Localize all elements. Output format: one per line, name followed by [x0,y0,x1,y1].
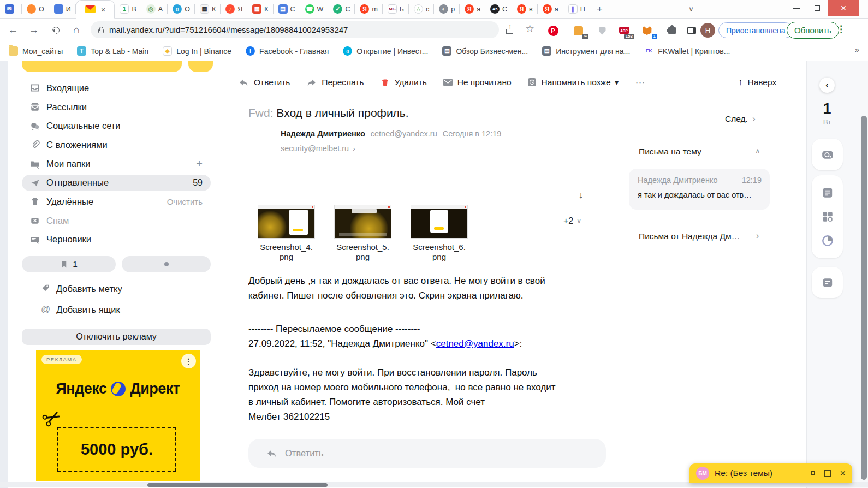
quick-reply-field[interactable]: Ответить [248,439,606,468]
scroll-to-top-button[interactable]: ↑ Наверх [738,74,776,91]
browser-tab[interactable]: Я а [538,0,563,18]
vertical-scrollbar[interactable] [861,116,867,480]
browser-tab[interactable]: Я m [355,0,382,18]
sync-paused-chip[interactable]: Приостановлена [718,22,793,38]
sidebar-item-newsletters[interactable]: Рассылки [22,98,211,117]
bookmark-item[interactable]: T Top & Lab - Main [77,46,148,56]
window-minimize-button[interactable] [786,0,806,16]
browser-tab[interactable]: О [22,0,49,18]
tab-search-icon[interactable]: ∨ [682,0,700,17]
sidebar-item-trash[interactable]: Удалённые Очистить [22,192,211,211]
compose-popup-header[interactable]: БМ Re: (Без темы) × [689,463,852,483]
attachment-item[interactable]: Screenshot_6.png [411,205,468,262]
bookmarks-overflow-icon[interactable]: » [855,45,859,54]
browser-tab[interactable]: ▦ К [247,0,273,18]
next-message-button[interactable]: След.› [725,114,756,124]
bookmark-star-icon[interactable]: ☆ [525,22,534,35]
letters-from-sender-link[interactable]: Письма от Надежда Дм… [639,231,740,241]
widgets-grid-icon[interactable] [821,210,834,223]
back-button[interactable]: ← [5,22,21,38]
clear-trash-button[interactable]: Очистить [167,197,203,206]
tab-close-icon[interactable]: × [101,5,106,14]
browser-tab[interactable]: ∴ с [409,0,434,18]
browser-tab[interactable]: МБ Б [383,0,409,18]
browser-tab[interactable]: ♪ Я [221,0,247,18]
disable-ads-button[interactable]: Отключить рекламу [22,329,211,345]
reply-button[interactable]: Ответить [239,78,290,87]
bookmarked-mail-pill[interactable]: 1 [22,256,116,272]
bookmark-item[interactable]: ▤ Инструмент для на... [542,46,630,56]
attachment-item[interactable]: Screenshot_5.png [334,205,391,262]
sidebar-extension-icon[interactable] [685,24,699,37]
email-link[interactable]: cetned@yandex.ru [436,338,514,349]
browser-tab[interactable]: ☎ W [300,0,329,18]
adblock-extension-icon[interactable]: ABP153 [617,24,631,37]
more-actions-icon[interactable]: ⋯ [635,76,646,88]
chrome-menu-icon[interactable]: ⋮ [836,23,846,35]
pinterest-extension-icon[interactable]: P [546,24,560,37]
bookmark-item[interactable]: ◆ Log In | Binance [163,46,231,56]
ad-menu-icon[interactable]: ⋮ [181,354,196,368]
popup-minimize-icon[interactable] [811,471,815,475]
collapse-rail-button[interactable]: ‹ [819,78,835,93]
browser-tab[interactable]: ◐ р [434,0,460,18]
browser-tab[interactable]: 1 В [115,0,141,18]
popup-maximize-icon[interactable] [824,470,831,477]
related-letter-card[interactable]: Надежда Дмитриенко 12:19 я так и дождала… [629,169,770,210]
window-restore-button[interactable] [807,0,827,16]
attachment-item[interactable]: Screenshot_4.png [258,205,315,262]
recipient-row[interactable]: security@melbet.ru › [281,144,355,153]
add-label-button[interactable]: Добавить метку [41,282,122,295]
add-folder-button[interactable]: + [196,158,203,170]
remind-later-button[interactable]: Напомнить позже ▾ [528,78,619,87]
browser-tab[interactable]: Я в [512,0,538,18]
collapse-caret-icon[interactable]: ∧ [755,147,760,155]
telemost-camera-icon[interactable] [821,148,834,161]
calendar-day-widget[interactable]: 1 [811,100,843,117]
bookmark-item[interactable]: () Открытие | Инвест... [343,46,428,56]
sender-name[interactable]: Надежда Дмитриенко [281,129,365,138]
sidebar-item-attachments[interactable]: С вложениями [22,135,211,154]
browser-tab[interactable]: ▦ К [195,0,221,18]
update-chrome-button[interactable]: Обновить [787,22,839,39]
horizontal-scrollbar-thumb[interactable] [147,483,328,487]
download-all-button[interactable]: ↓ [576,190,586,200]
forward-button[interactable]: → [26,22,41,38]
subscriptions-icon[interactable] [821,276,834,289]
clock-pie-icon[interactable] [821,234,834,247]
browser-tab[interactable]: А5 С [485,0,512,18]
forward-button[interactable]: Переслать [306,78,364,87]
compose-secondary-button[interactable] [188,61,213,72]
sidebar-item-my-folders[interactable]: Мои папки + [22,154,211,174]
sidebar-item-inbox[interactable]: Входящие [22,79,211,98]
profile-avatar[interactable]: Н [700,23,715,38]
share-button[interactable]: ↑ [506,25,514,34]
url-omnibox[interactable]: mail.yandex.ru/?uid=751216604#message/18… [91,21,499,38]
browser-tab[interactable]: () О [168,0,195,18]
reload-button[interactable] [48,22,63,38]
secure-lock-icon[interactable] [98,29,104,33]
extensions-puzzle-icon[interactable] [665,24,679,37]
sidebar-item-social[interactable]: Социальные сети [22,116,211,135]
bookmark-item[interactable]: Мои_сайты [9,46,63,56]
browser-tab[interactable]: Я я [460,0,485,18]
shield-extension-icon[interactable] [595,24,609,37]
new-tab-button[interactable]: + [590,0,609,18]
sidebar-item-sent[interactable]: Отправленные 59 [22,173,211,192]
browser-tab[interactable]: ✓ С [328,0,355,18]
compose-button[interactable] [22,61,182,72]
window-close-button[interactable]: × [828,0,859,16]
metamask-extension-icon[interactable]: 1 [640,24,654,37]
browser-tab[interactable]: ▤ С [274,0,300,18]
bookmark-item[interactable]: ▤ Обзор Бизнес-мен... [442,46,528,56]
add-mailbox-button[interactable]: @ Добавить ящик [41,303,120,316]
bookmark-item[interactable]: FK FKWallet | Криптов... [644,46,730,56]
mark-unread-button[interactable]: Не прочитано [443,78,512,87]
popup-close-icon[interactable]: × [840,468,846,478]
sidebar-item-drafts[interactable]: Черновики [22,230,211,249]
browser-tab[interactable]: ∥ П [563,0,590,18]
browser-tab[interactable]: ✉ [0,0,22,18]
active-tab-yandex-mail[interactable]: × [76,0,115,19]
browser-tab[interactable]: ◎ А [141,0,168,18]
dot-filter-pill[interactable] [122,256,211,272]
